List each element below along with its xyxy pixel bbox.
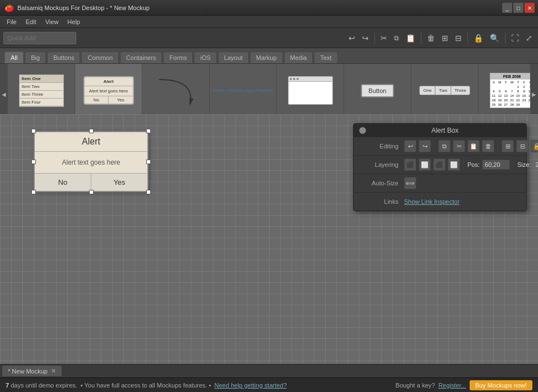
app-icon: 🍅: [4, 3, 14, 12]
props-layer-front-btn[interactable]: ⬛: [404, 158, 416, 171]
menu-bar: File Edit View Help: [0, 16, 538, 28]
calendar-preview: FEB 2008 SMTWTFS 123 45678910 1112131415…: [481, 67, 530, 114]
ungroup-button[interactable]: ⊟: [453, 32, 464, 44]
props-lock-btn[interactable]: 🔒: [531, 140, 538, 152]
status-days: 7 days until demo expires.: [6, 382, 77, 389]
props-paste-btn[interactable]: 📋: [467, 140, 480, 152]
properties-panel: Alert Box Editing ↩ ↪ ⧉ ✂ 📋 🗑 ⊞ ⊟ 🔒 Laye…: [353, 123, 527, 211]
props-pos-input[interactable]: [482, 160, 510, 170]
window-controls: _ □ ✕: [502, 3, 535, 13]
props-size-label: Size:: [517, 161, 531, 168]
fullscreen-button[interactable]: ⛶: [509, 32, 521, 44]
props-title: Alert Box: [369, 127, 521, 134]
status-bar: 7 days until demo expires. • You have fu…: [0, 377, 538, 392]
props-size-value: 200x117: [535, 161, 538, 168]
canvas-alert-content: Alert Alert text goes here No Yes: [34, 131, 149, 192]
tab-buttons[interactable]: Buttons: [47, 52, 80, 63]
tab-ios[interactable]: iOS: [194, 52, 216, 63]
tab-text[interactable]: Text: [314, 52, 337, 63]
app-title: Balsamiq Mockups For Desktop - * New Moc…: [17, 4, 534, 11]
toolbar-separator-4: [505, 32, 505, 44]
register-link[interactable]: Register...: [438, 382, 466, 389]
props-links-controls: Show Link Inspector: [404, 198, 521, 205]
props-copy-btn[interactable]: ⧉: [438, 140, 451, 152]
title-bar: 🍅 Balsamiq Mockups For Desktop - * New M…: [0, 0, 538, 16]
props-redo-btn[interactable]: ↪: [419, 140, 431, 152]
help-link[interactable]: Need help getting started?: [215, 382, 287, 389]
tab-layout[interactable]: Layout: [218, 52, 249, 63]
close-button[interactable]: ✕: [525, 3, 535, 13]
expand-button[interactable]: ⤢: [523, 32, 535, 44]
alert-box-preview: Alert Alert text goes here No Yes: [77, 67, 140, 114]
handle-mr: [146, 160, 151, 164]
tab-new-mockup[interactable]: * New Mockup ✕: [2, 366, 62, 376]
cut-button[interactable]: ✂: [378, 32, 389, 44]
days-count: 7: [6, 382, 9, 389]
handle-tr: [146, 129, 151, 133]
tab-forms[interactable]: Forms: [163, 52, 193, 63]
browser-window-preview: [279, 67, 341, 114]
group-button[interactable]: ⊞: [439, 32, 451, 44]
breadcrumbs-preview: Home • Products • App • Features: [212, 67, 274, 114]
menu-edit[interactable]: Edit: [21, 17, 41, 26]
props-cut-btn[interactable]: ✂: [453, 140, 465, 152]
props-layer-back-btn[interactable]: ⬛: [433, 158, 446, 171]
menu-help[interactable]: Help: [63, 17, 85, 26]
props-autosize-btn[interactable]: ⟺: [404, 177, 416, 189]
props-layering-label: Layering: [359, 161, 398, 168]
quick-add-input[interactable]: [3, 32, 76, 44]
props-layering-row: Layering ⬛ ⬜ ⬛ ⬜ Pos: Size: 200x117: [354, 156, 526, 174]
props-undo-btn[interactable]: ↩: [404, 140, 416, 152]
tab-bar: * New Mockup ✕: [0, 364, 538, 377]
lock-button[interactable]: 🔒: [471, 32, 485, 44]
canvas-alert-text: Alert text goes here: [35, 152, 147, 173]
props-ungroup-btn[interactable]: ⊟: [516, 140, 528, 152]
props-del-btn[interactable]: 🗑: [482, 140, 494, 152]
props-layer-forward-btn[interactable]: ⬜: [419, 158, 431, 171]
props-layer-behind-btn[interactable]: ⬜: [448, 158, 460, 171]
bought-text: Bought a key?: [396, 382, 435, 389]
show-link-inspector-link[interactable]: Show Link Inspector: [404, 198, 460, 205]
props-sep-2: [498, 141, 498, 151]
tab-all[interactable]: All: [4, 52, 24, 63]
tab-media[interactable]: Media: [284, 52, 313, 63]
tab-common[interactable]: Common: [81, 52, 119, 63]
maximize-button[interactable]: □: [513, 3, 523, 13]
toolbar: ↩ ↪ ✂ ⧉ 📋 🗑 ⊞ ⊟ 🔒 🔍 ⛶ ⤢: [0, 28, 538, 48]
handle-bm: [89, 190, 94, 194]
button-preview: Button: [346, 67, 409, 114]
canvas-alert-box[interactable]: Alert Alert text goes here No Yes: [34, 131, 149, 192]
menu-file[interactable]: File: [2, 17, 21, 26]
button-bar-preview: One Two Three: [414, 67, 476, 114]
props-group-btn[interactable]: ⊞: [502, 140, 514, 152]
props-layering-controls: ⬛ ⬜ ⬛ ⬜ Pos: Size: 200x117: [404, 158, 538, 171]
days-text: days until demo expires.: [11, 382, 77, 389]
copy-button[interactable]: ⧉: [392, 33, 401, 43]
delete-button[interactable]: 🗑: [425, 32, 437, 44]
minimize-button[interactable]: _: [502, 3, 512, 13]
props-editing-label: Editing: [359, 143, 398, 150]
undo-button[interactable]: ↩: [346, 32, 358, 44]
props-editing-controls: ↩ ↪ ⧉ ✂ 📋 🗑 ⊞ ⊟ 🔒: [404, 140, 538, 152]
handle-tm: [89, 129, 94, 133]
handle-br: [146, 190, 151, 194]
arrow-svg: [151, 71, 201, 110]
props-close-button[interactable]: [359, 127, 366, 134]
redo-button[interactable]: ↪: [360, 32, 371, 44]
tab-close-button[interactable]: ✕: [51, 367, 56, 375]
tab-label: * New Mockup: [8, 368, 48, 375]
props-links-label: Links: [359, 198, 398, 205]
canvas-alert-btn-no[interactable]: No: [35, 174, 91, 191]
buy-button[interactable]: Buy Mockups now!: [470, 380, 532, 390]
props-sep-1: [434, 141, 435, 151]
toolbar-separator-3: [467, 32, 468, 44]
canvas-alert-btn-yes[interactable]: Yes: [91, 174, 147, 191]
tab-markup[interactable]: Markup: [250, 52, 283, 63]
arrow-preview: [145, 67, 207, 114]
search-button[interactable]: 🔍: [488, 32, 502, 44]
status-access: • You have full access to all Mockups fe…: [81, 382, 211, 389]
tab-big[interactable]: Big: [25, 52, 46, 63]
menu-view[interactable]: View: [41, 17, 63, 26]
tab-containers[interactable]: Containers: [120, 52, 162, 63]
paste-button[interactable]: 📋: [404, 32, 418, 44]
